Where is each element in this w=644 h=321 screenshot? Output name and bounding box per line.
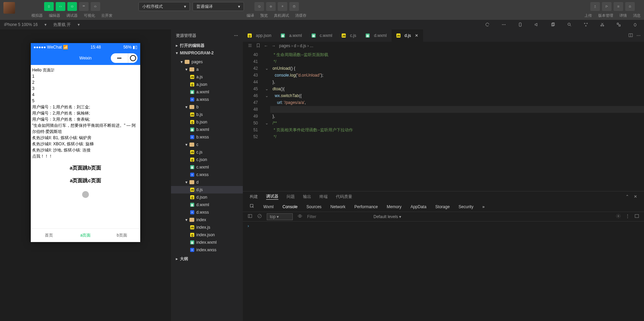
panel-tab[interactable]: 问题 <box>287 194 295 200</box>
panel-tab[interactable]: 调试器 <box>266 193 278 200</box>
cut-icon[interactable] <box>597 20 607 29</box>
file-item[interactable]: ▥c.wxml <box>171 163 243 171</box>
inspect-icon[interactable] <box>250 204 254 210</box>
more-icon[interactable]: ⋯ <box>234 33 238 38</box>
eye-icon[interactable] <box>298 214 302 219</box>
file-item[interactable]: ▥b.wxml <box>171 126 243 133</box>
file-item[interactable]: {}c.json <box>171 156 243 163</box>
devtools-tab[interactable]: Memory <box>387 204 402 209</box>
phone-tab-item[interactable]: 首页 <box>31 229 67 242</box>
sidebar-icon[interactable] <box>248 214 252 219</box>
phone-content[interactable]: Hello 页面1!12345用户编号：1;用户姓名：刘三金;用户编号：2;用户… <box>31 65 140 228</box>
file-item[interactable]: ≡b.wxss <box>171 133 243 141</box>
folder-item[interactable]: ▾d <box>171 178 243 186</box>
real-device-button[interactable] <box>278 2 287 11</box>
open-editors-section[interactable]: ▸打开的编辑器 <box>171 42 243 49</box>
file-item[interactable]: ▥a.wxml <box>171 88 243 96</box>
message-button[interactable] <box>625 2 635 11</box>
forward-icon[interactable]: → <box>272 43 276 48</box>
preview-button[interactable] <box>266 2 276 11</box>
mode-dropdown[interactable]: 小程序模式▾ <box>139 2 190 11</box>
file-item[interactable]: {}index.json <box>171 231 243 239</box>
folder-item[interactable]: ▾index <box>171 216 243 224</box>
more-tabs-icon[interactable]: » <box>482 204 485 209</box>
file-item[interactable]: ≡d.wxss <box>171 209 243 216</box>
gear-icon[interactable] <box>616 214 621 219</box>
copy-icon[interactable] <box>548 20 558 29</box>
file-item[interactable]: JSindex.js <box>171 224 243 231</box>
editor-button[interactable] <box>56 2 65 11</box>
hot-reload[interactable]: 热重载 开 <box>53 22 71 28</box>
target-icon[interactable] <box>128 53 137 63</box>
simulator-button[interactable] <box>44 2 54 11</box>
phone-nav-link[interactable]: a页面跳c页面 <box>32 177 139 185</box>
devtools-tab[interactable]: Sources <box>306 204 321 209</box>
phone-nav-link[interactable]: a页面跳b页面 <box>32 164 139 172</box>
file-item[interactable]: ▥d.wxml <box>171 201 243 209</box>
folder-item[interactable]: ▾b <box>171 103 243 111</box>
file-item[interactable]: {}a.json <box>171 81 243 88</box>
dock-icon[interactable] <box>634 214 639 219</box>
breadcrumb[interactable]: ← → pages › d › d.js › ... <box>243 42 644 50</box>
panel-tab[interactable]: 构建 <box>250 194 258 200</box>
bug-icon[interactable] <box>630 20 640 29</box>
panel-tab[interactable]: 代码质量 <box>336 194 352 200</box>
phone-tab-item[interactable]: a页面 <box>67 229 104 242</box>
cloud-button[interactable] <box>91 2 100 11</box>
version-button[interactable] <box>602 2 612 11</box>
filter-input[interactable] <box>307 214 369 219</box>
ext-icon[interactable] <box>614 20 623 29</box>
folder-item[interactable]: ▾a <box>171 66 243 73</box>
file-item[interactable]: JSc.js <box>171 148 243 156</box>
file-item[interactable]: ≡a.wxss <box>171 96 243 103</box>
more-icon[interactable]: ⋯ <box>636 33 641 38</box>
file-item[interactable]: ▥index.wxml <box>171 239 243 246</box>
devtools-tab[interactable]: AppData <box>410 204 426 209</box>
device-info[interactable]: iPhone 5 100% 16 <box>4 22 38 27</box>
close-icon[interactable]: ✕ <box>634 194 637 199</box>
phone-icon[interactable] <box>515 20 525 29</box>
details-button[interactable] <box>614 2 623 11</box>
file-item[interactable]: ≡index.wxss <box>171 246 243 254</box>
folder-item[interactable]: ▾c <box>171 141 243 148</box>
devtools-tab[interactable]: Network <box>330 204 345 209</box>
editor-tab[interactable]: JSd.js✕ <box>392 29 423 42</box>
levels-dropdown[interactable]: Default levels ▾ <box>373 214 401 219</box>
devtools-tab[interactable]: Security <box>459 204 473 209</box>
back-icon[interactable]: ← <box>264 43 268 48</box>
refresh-icon[interactable] <box>483 20 492 29</box>
compile-button[interactable] <box>254 2 264 11</box>
visual-button[interactable] <box>79 2 89 11</box>
split-icon[interactable] <box>628 33 633 39</box>
chevron-up-icon[interactable]: ⌃ <box>626 194 629 199</box>
panel-tab[interactable]: 终端 <box>319 194 328 200</box>
debugger-button[interactable] <box>67 2 77 11</box>
devtools-tab[interactable]: Storage <box>435 204 450 209</box>
file-item[interactable]: JSb.js <box>171 111 243 118</box>
devtools-tab[interactable]: Console <box>282 204 298 209</box>
kebab-icon[interactable]: ⋮ <box>626 214 630 219</box>
folder-item[interactable]: ▾pages <box>171 58 243 66</box>
editor-tab[interactable]: JSc.js <box>337 29 361 42</box>
more-icon[interactable]: ⋯ <box>499 20 509 29</box>
editor-tab[interactable]: ▥c.wxml <box>307 29 337 42</box>
code-editor[interactable]: 40414243444546474849505152 ⌄⌄⌄⌄ * 生命周期函数… <box>243 50 644 191</box>
file-item[interactable]: {}b.json <box>171 118 243 126</box>
context-select[interactable]: top ▾ <box>267 213 293 220</box>
search-icon[interactable] <box>565 20 574 29</box>
editor-tab[interactable]: {}app.json <box>243 29 276 42</box>
list-icon[interactable] <box>248 43 252 49</box>
compile-dropdown[interactable]: 普通编译▾ <box>193 2 244 11</box>
clear-cache-button[interactable] <box>289 2 299 11</box>
file-item[interactable]: {}d.json <box>171 193 243 201</box>
branch-icon[interactable] <box>581 20 591 29</box>
panel-tab[interactable]: 输出 <box>303 194 311 200</box>
devtools-tab[interactable]: Wxml <box>263 204 274 209</box>
file-item[interactable]: JSd.js <box>171 186 243 193</box>
console-prompt[interactable]: › <box>243 222 644 230</box>
avatar[interactable] <box>3 2 15 14</box>
phone-tab-item[interactable]: b页面 <box>104 229 140 242</box>
project-section[interactable]: ▾MINIPROGRAM-2 <box>171 49 243 57</box>
outline-section[interactable]: ▸大纲 <box>171 255 243 263</box>
bookmark-icon[interactable] <box>256 43 261 49</box>
